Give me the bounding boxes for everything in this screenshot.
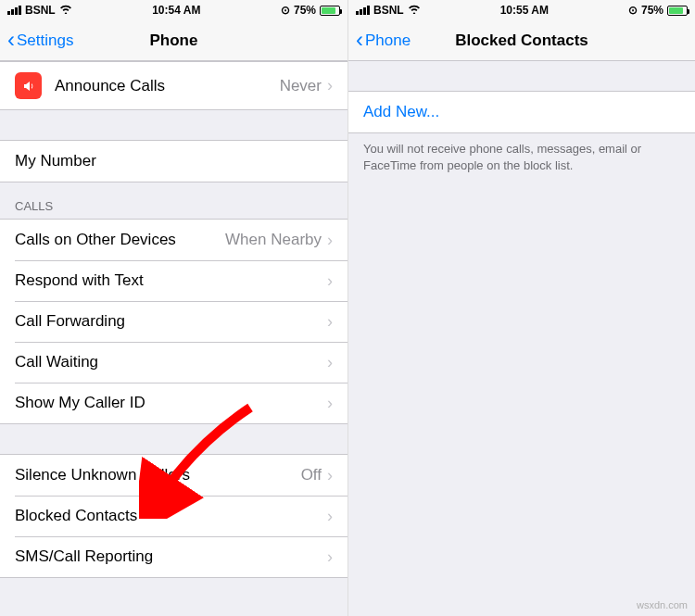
- wifi-icon: [408, 4, 421, 17]
- chevron-left-icon: ‹: [7, 29, 15, 51]
- row-label: Silence Unknown Callers: [15, 466, 301, 484]
- battery-icon: [320, 6, 340, 16]
- announce-icon: [15, 72, 42, 99]
- chevron-right-icon: ›: [327, 271, 333, 291]
- row-label: Show My Caller ID: [15, 394, 327, 412]
- row-show-caller-id[interactable]: Show My Caller ID ›: [0, 383, 348, 423]
- alarm-icon: ⊙: [281, 4, 290, 17]
- chevron-right-icon: ›: [327, 466, 333, 485]
- battery-percent: 75%: [641, 4, 663, 17]
- blocked-contacts-screen: BSNL 10:55 AM ⊙ 75% ‹ Phone Blocked Cont…: [348, 0, 695, 616]
- back-button[interactable]: ‹ Settings: [7, 31, 73, 51]
- nav-bar: ‹ Phone Blocked Contacts: [348, 20, 695, 61]
- chevron-left-icon: ‹: [356, 29, 363, 51]
- row-sms-call-reporting[interactable]: SMS/Call Reporting ›: [0, 536, 348, 577]
- row-silence-unknown[interactable]: Silence Unknown Callers Off ›: [0, 455, 348, 496]
- chevron-right-icon: ›: [327, 231, 333, 250]
- status-bar: BSNL 10:54 AM ⊙ 75%: [0, 0, 348, 20]
- back-label: Phone: [365, 31, 411, 50]
- row-label: Calls on Other Devices: [15, 231, 225, 249]
- watermark: wsxdn.com: [637, 599, 688, 610]
- row-label: Blocked Contacts: [15, 507, 327, 525]
- chevron-right-icon: ›: [327, 547, 333, 567]
- phone-settings-screen: BSNL 10:54 AM ⊙ 75% ‹ Settings Phone Ann…: [0, 0, 348, 616]
- row-calls-other-devices[interactable]: Calls on Other Devices When Nearby ›: [0, 220, 348, 260]
- content-scroll[interactable]: Add New... You will not receive phone ca…: [348, 61, 695, 616]
- row-label: SMS/Call Reporting: [15, 547, 327, 566]
- battery-percent: 75%: [294, 4, 316, 17]
- row-my-number[interactable]: My Number: [0, 141, 348, 182]
- chevron-right-icon: ›: [327, 353, 333, 372]
- chevron-right-icon: ›: [327, 394, 333, 413]
- status-bar: BSNL 10:55 AM ⊙ 75%: [348, 0, 695, 20]
- alarm-icon: ⊙: [628, 4, 638, 17]
- row-add-new[interactable]: Add New...: [348, 92, 695, 132]
- row-value: Never: [280, 77, 322, 95]
- back-label: Settings: [17, 31, 73, 50]
- row-value: When Nearby: [225, 231, 322, 249]
- row-call-forwarding[interactable]: Call Forwarding ›: [0, 301, 348, 342]
- chevron-right-icon: ›: [327, 312, 333, 332]
- row-respond-with-text[interactable]: Respond with Text ›: [0, 260, 348, 301]
- wifi-icon: [59, 4, 72, 17]
- row-label: My Number: [15, 152, 333, 170]
- carrier-label: BSNL: [25, 4, 56, 17]
- row-announce-calls[interactable]: Announce Calls Never ›: [0, 62, 348, 109]
- content-scroll[interactable]: Announce Calls Never › My Number CALLS C…: [0, 61, 348, 616]
- back-button[interactable]: ‹ Phone: [356, 31, 411, 51]
- footer-explanation: You will not receive phone calls, messag…: [348, 133, 695, 182]
- section-header-calls: CALLS: [0, 182, 348, 219]
- nav-bar: ‹ Settings Phone: [0, 20, 348, 61]
- battery-icon: [667, 6, 688, 16]
- clock: 10:55 AM: [500, 4, 549, 17]
- row-label: Call Waiting: [15, 353, 327, 371]
- chevron-right-icon: ›: [327, 76, 333, 95]
- signal-icon: [356, 6, 370, 15]
- row-label: Respond with Text: [15, 271, 327, 290]
- row-value: Off: [301, 466, 322, 484]
- chevron-right-icon: ›: [327, 507, 333, 526]
- row-label: Call Forwarding: [15, 312, 327, 331]
- row-label: Announce Calls: [55, 77, 280, 95]
- row-blocked-contacts[interactable]: Blocked Contacts ›: [0, 496, 348, 536]
- clock: 10:54 AM: [152, 4, 200, 17]
- signal-icon: [7, 6, 21, 15]
- add-new-label: Add New...: [363, 103, 680, 121]
- row-call-waiting[interactable]: Call Waiting ›: [0, 342, 348, 383]
- carrier-label: BSNL: [373, 4, 404, 17]
